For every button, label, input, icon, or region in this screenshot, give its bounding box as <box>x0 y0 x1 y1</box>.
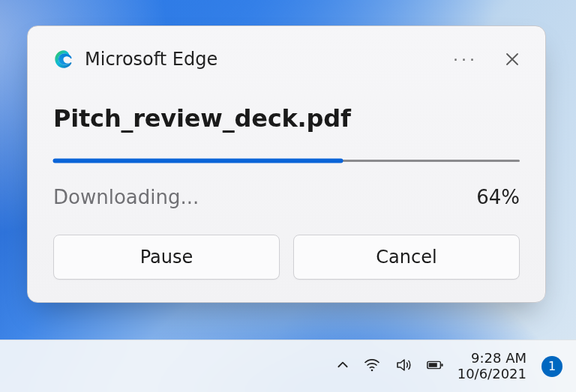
download-filename: Pitch_review_deck.pdf <box>53 104 520 133</box>
wifi-icon[interactable] <box>363 356 381 377</box>
app-name: Microsoft Edge <box>85 49 442 70</box>
pause-button[interactable]: Pause <box>53 235 280 280</box>
progress-bar <box>53 160 520 162</box>
button-row: Pause Cancel <box>53 235 520 280</box>
volume-icon[interactable] <box>394 356 412 377</box>
tray-overflow-icon[interactable] <box>336 358 350 375</box>
svg-rect-2 <box>441 364 442 367</box>
svg-point-0 <box>370 369 373 371</box>
date-text: 10/6/2021 <box>458 367 526 382</box>
status-text: Downloading... <box>53 186 476 208</box>
edge-icon <box>53 49 74 70</box>
more-options-icon[interactable]: ··· <box>453 50 478 69</box>
battery-icon[interactable] <box>426 356 444 377</box>
progress-fill <box>53 159 343 163</box>
toast-header: Microsoft Edge ··· <box>53 49 520 70</box>
taskbar: 9:28 AM 10/6/2021 1 <box>0 340 576 392</box>
svg-rect-3 <box>428 363 436 367</box>
notification-badge[interactable]: 1 <box>542 356 562 377</box>
time-text: 9:28 AM <box>471 351 526 367</box>
system-tray <box>336 356 444 377</box>
percent-text: 64% <box>476 186 520 208</box>
clock[interactable]: 9:28 AM 10/6/2021 <box>458 351 526 382</box>
download-notification: Microsoft Edge ··· Pitch_review_deck.pdf… <box>27 25 546 303</box>
status-row: Downloading... 64% <box>53 186 520 208</box>
close-icon[interactable] <box>505 52 520 67</box>
cancel-button[interactable]: Cancel <box>293 235 520 280</box>
